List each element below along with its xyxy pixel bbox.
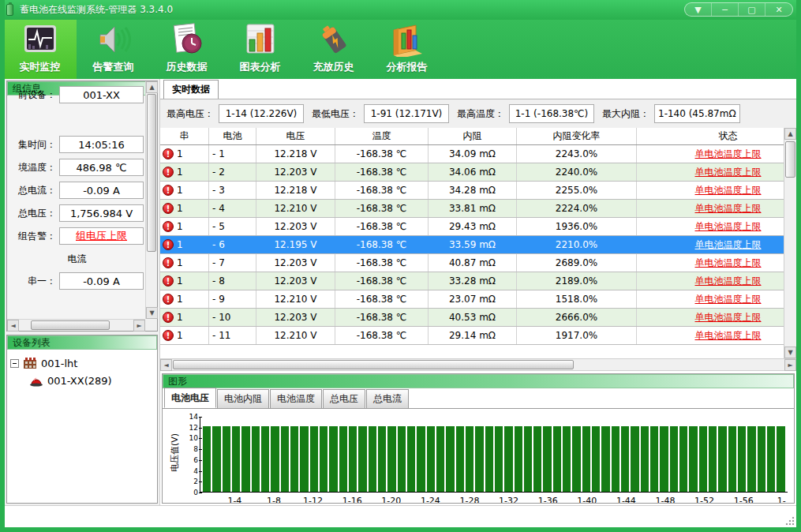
status-alarm-link[interactable]: 单电池温度上限 xyxy=(695,238,762,252)
status-alarm-link[interactable]: 单电池温度上限 xyxy=(695,148,762,161)
main-tabstrip: 实时数据 xyxy=(160,79,796,99)
total-voltage-value: 1,756.984 V xyxy=(59,204,144,222)
bar xyxy=(777,426,784,492)
bar xyxy=(427,426,435,492)
scroll-up-icon[interactable]: ▲ xyxy=(784,128,796,140)
scroll-down-icon[interactable]: ▼ xyxy=(784,347,796,358)
field-total-voltage: 总电压： 1,756.984 V xyxy=(10,204,144,222)
table-row[interactable]: !1- 612.195 V-168.38 ℃33.59 mΩ2210.0%单电池… xyxy=(160,236,784,254)
group-alarm-link[interactable]: 组电压上限 xyxy=(76,229,127,243)
tree-node-device[interactable]: 001-XX(289) xyxy=(10,372,154,389)
table-row[interactable]: !1- 512.203 V-168.38 ℃29.43 mΩ1936.0%单电池… xyxy=(160,218,784,236)
alarm-icon: ! xyxy=(163,257,174,268)
toolbar-chart-analysis[interactable]: 图表分析 xyxy=(223,20,297,79)
column-header[interactable]: 电池 xyxy=(209,128,256,144)
table-row[interactable]: !1- 712.203 V-168.38 ℃40.87 mΩ2689.0%单电池… xyxy=(160,254,784,272)
x-tick-label: 1-28 xyxy=(460,496,480,504)
status-alarm-link[interactable]: 单电池温度上限 xyxy=(695,257,762,270)
bar xyxy=(232,426,240,492)
bar xyxy=(679,426,687,492)
table-row[interactable]: !1- 812.203 V-168.38 ℃33.28 mΩ2189.0%单电池… xyxy=(160,272,784,290)
group-info-hscrollbar[interactable]: ◄ ► xyxy=(7,319,145,331)
scroll-right-icon[interactable]: ► xyxy=(784,359,796,371)
column-header[interactable]: 内阻 xyxy=(429,128,517,144)
scroll-up-icon[interactable]: ▲ xyxy=(146,81,158,93)
ambient-temp-value: 486.98 ℃ xyxy=(59,159,144,176)
scroll-down-icon[interactable]: ▼ xyxy=(146,307,158,319)
close-button[interactable]: ✕ xyxy=(765,3,792,16)
status-alarm-link[interactable]: 单电池温度上限 xyxy=(695,293,762,306)
graph-tab-3[interactable]: 总电压 xyxy=(323,389,365,408)
toolbar-history-data[interactable]: 历史数据 xyxy=(150,20,223,79)
toolbar-analysis-report[interactable]: 分析报告 xyxy=(370,20,444,79)
battery-group-icon xyxy=(23,357,37,369)
bar xyxy=(281,426,289,492)
column-header[interactable]: 温度 xyxy=(335,128,429,144)
table-hscrollbar[interactable]: ◄ ► xyxy=(160,358,796,371)
table-row[interactable]: !1- 212.203 V-168.38 ℃34.06 mΩ2240.0%单电池… xyxy=(160,163,784,182)
status-alarm-link[interactable]: 单电池温度上限 xyxy=(695,311,762,324)
device-value: 001-XX xyxy=(59,86,144,103)
summary-label: 最高电压： xyxy=(167,107,214,121)
y-tick-label: 12 xyxy=(189,424,198,432)
graph-tab-1[interactable]: 电池内阻 xyxy=(217,389,269,408)
graph-tab-0[interactable]: 电池电压 xyxy=(164,388,216,408)
summary-max-resistance: 最大内阻： 1-140 (45.87mΩ xyxy=(602,104,740,123)
bar xyxy=(582,426,590,492)
menu-dropdown-button[interactable]: ▼ xyxy=(685,3,712,16)
status-alarm-link[interactable]: 单电池温度上限 xyxy=(695,220,762,234)
status-alarm-link[interactable]: 单电池温度上限 xyxy=(695,166,762,179)
column-header[interactable]: 串 xyxy=(160,128,209,144)
table-row[interactable]: !1- 412.210 V-168.38 ℃33.81 mΩ2224.0%单电池… xyxy=(160,200,784,218)
bar xyxy=(650,426,658,492)
column-header[interactable]: 内阻变化率 xyxy=(517,128,637,144)
status-alarm-link[interactable]: 单电池温度上限 xyxy=(695,329,762,343)
bar xyxy=(612,426,619,492)
scroll-thumb[interactable] xyxy=(31,320,110,330)
maximize-button[interactable]: ▢ xyxy=(739,3,765,16)
toolbar-realtime-monitor[interactable]: 实时监控 xyxy=(3,20,77,79)
table-row[interactable]: !1- 112.218 V-168.38 ℃34.09 mΩ2243.0%单电池… xyxy=(160,145,784,163)
alarm-icon: ! xyxy=(163,239,174,250)
scroll-thumb[interactable] xyxy=(147,94,156,252)
summary-value: 1-1 (-168.38℃) xyxy=(509,104,594,123)
table-row[interactable]: !1- 1112.210 V-168.38 ℃29.14 mΩ1917.0%单电… xyxy=(160,327,784,345)
total-current-value: -0.09 A xyxy=(59,182,144,199)
scroll-left-icon[interactable]: ◄ xyxy=(160,359,172,371)
toolbar-alarm-query[interactable]: 告警查询 xyxy=(77,20,150,79)
field-label: 组告警： xyxy=(10,230,56,243)
group-info-vscrollbar[interactable]: ▲ ▼ xyxy=(145,81,157,319)
field-total-current: 总电流： -0.09 A xyxy=(10,182,144,199)
collapse-icon[interactable] xyxy=(10,359,19,368)
bar xyxy=(699,426,707,492)
scroll-right-icon[interactable]: ► xyxy=(133,320,145,332)
status-alarm-link[interactable]: 单电池温度上限 xyxy=(695,184,762,197)
scroll-left-icon[interactable]: ◄ xyxy=(7,320,19,332)
bar xyxy=(758,426,765,492)
graph-tab-4[interactable]: 总电流 xyxy=(366,389,409,408)
bar xyxy=(203,426,211,492)
bar xyxy=(738,426,746,492)
y-tick-label: 6 xyxy=(193,456,198,464)
sidebar: 组信息 前设备： 001-XX 集时间： 14:05:16 境温度： 486.9… xyxy=(5,79,159,505)
resize-grip-icon[interactable] xyxy=(785,516,795,526)
column-header[interactable]: 电压 xyxy=(256,128,335,144)
graph-tab-2[interactable]: 电池温度 xyxy=(270,389,322,408)
toolbar-label: 分析报告 xyxy=(387,60,428,74)
table-vscrollbar[interactable]: ▲ ▼ xyxy=(784,128,796,358)
window-title: 蓄电池在线监测系统-管理器 3.3.4.0 xyxy=(20,3,173,17)
scroll-thumb[interactable] xyxy=(173,360,574,369)
tree-node-root[interactable]: 001-lht xyxy=(10,354,154,372)
table-row[interactable]: !1- 1012.203 V-168.38 ℃40.53 mΩ2666.0%单电… xyxy=(160,309,784,327)
bar xyxy=(592,426,600,492)
tab-realtime-data[interactable]: 实时数据 xyxy=(163,80,219,99)
column-header[interactable]: 状态 xyxy=(637,128,784,144)
status-alarm-link[interactable]: 单电池温度上限 xyxy=(695,275,762,288)
table-row[interactable]: !1- 312.218 V-168.38 ℃34.28 mΩ2255.0%单电池… xyxy=(160,182,784,200)
status-alarm-link[interactable]: 单电池温度上限 xyxy=(695,202,762,215)
table-row[interactable]: !1- 912.210 V-168.38 ℃23.07 mΩ1518.0%单电池… xyxy=(160,290,784,309)
scroll-thumb[interactable] xyxy=(785,141,795,178)
toolbar-charge-history[interactable]: 充放历史 xyxy=(297,20,370,79)
y-tick-label: 4 xyxy=(193,467,198,475)
minimize-button[interactable]: ─ xyxy=(712,3,739,16)
